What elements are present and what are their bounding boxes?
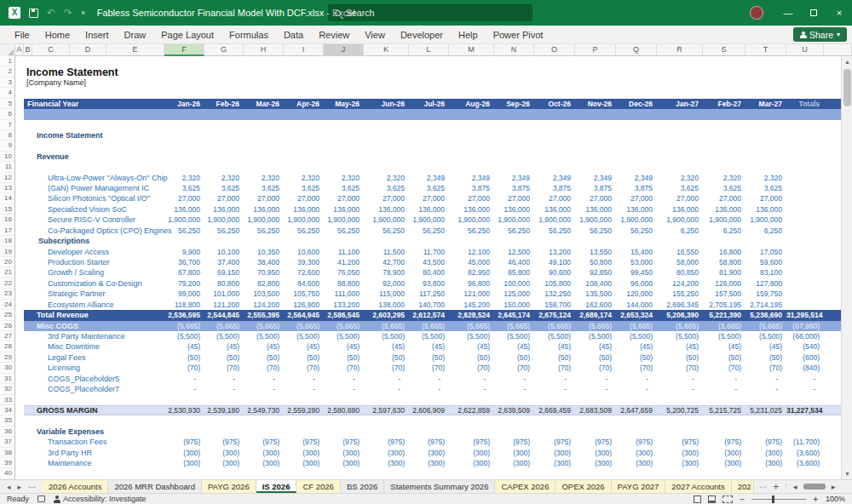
cell[interactable]: (70) [284, 363, 324, 373]
cell[interactable]: 1,900,000 [204, 215, 244, 225]
cell[interactable]: (50) [534, 352, 575, 363]
cell[interactable]: 3,875 [494, 183, 534, 193]
cell[interactable]: 12,500 [494, 247, 534, 257]
cell[interactable]: - [449, 384, 494, 394]
cell[interactable]: 56,250 [284, 226, 324, 236]
cell[interactable]: 2,320 [703, 173, 746, 183]
cell[interactable]: 93,800 [409, 278, 449, 289]
cell[interactable]: (300) [575, 458, 616, 468]
cell[interactable]: 2,696,345 [657, 300, 703, 310]
cell[interactable]: 10,600 [284, 247, 324, 257]
cell[interactable]: (5,665) [204, 321, 244, 331]
row-label-cell[interactable]: Legal Fees [15, 352, 164, 363]
cell[interactable]: 2,639,509 [494, 405, 534, 415]
cell[interactable]: 2,349 [575, 173, 616, 183]
row-number-10[interactable]: 10 [0, 152, 14, 162]
cell[interactable]: 96,800 [449, 278, 494, 289]
cell[interactable]: 2,349 [494, 173, 534, 183]
row-label-cell[interactable]: Production Starter [15, 257, 164, 267]
cell[interactable]: (975) [244, 437, 284, 447]
row-number-2[interactable]: 2 [0, 66, 14, 77]
page-layout-view-icon[interactable] [708, 495, 716, 503]
cell[interactable]: (300) [746, 458, 786, 468]
cell[interactable]: 132,250 [534, 289, 575, 299]
cell[interactable]: 16,800 [703, 247, 746, 257]
cell[interactable]: (300) [616, 448, 657, 458]
cell[interactable]: (70) [364, 363, 409, 373]
row-label-cell[interactable]: (GaN) Power Management IC [15, 183, 164, 193]
cell[interactable]: 2,320 [746, 173, 786, 183]
ribbon-tab-data[interactable]: Data [276, 27, 311, 43]
cell[interactable]: 6,250 [657, 226, 703, 236]
cell[interactable]: (300) [449, 448, 494, 458]
cell[interactable]: (45) [204, 341, 244, 352]
ribbon-tab-home[interactable]: Home [37, 27, 78, 43]
cell[interactable]: 80,400 [409, 267, 449, 278]
cell[interactable]: (5,665) [449, 321, 494, 331]
horizontal-scroll-thumb[interactable] [803, 484, 826, 490]
cell[interactable]: - [449, 374, 494, 384]
cell[interactable]: 53,000 [616, 257, 657, 267]
cell[interactable]: (50) [164, 352, 204, 363]
month-header[interactable]: Dec-26 [616, 99, 657, 109]
cell[interactable]: 2,606,909 [409, 405, 449, 415]
cell[interactable]: (50) [409, 352, 449, 363]
total-cell[interactable] [786, 226, 824, 236]
cell[interactable]: 3,625 [284, 183, 324, 193]
column-header-N[interactable]: N [494, 44, 534, 56]
cell[interactable]: (300) [364, 448, 409, 458]
total-cell[interactable]: (66,000) [786, 331, 824, 341]
cell[interactable]: (300) [616, 458, 657, 468]
row-number-21[interactable]: 21 [0, 267, 14, 278]
cell[interactable]: 2,622,859 [449, 405, 494, 415]
cell[interactable]: - [204, 384, 244, 394]
month-header[interactable]: Feb-26 [204, 99, 244, 109]
sheet-tab-2026-mrr-dashboard[interactable]: 2026 MRR Dashboard [108, 480, 202, 493]
total-cell[interactable] [786, 193, 824, 203]
cell[interactable]: (975) [746, 437, 786, 447]
vertical-scrollbar[interactable]: ▲ ▼ [841, 56, 852, 479]
sheet-tab-2027-accounts[interactable]: 2027 Accounts [665, 480, 731, 493]
restore-button[interactable] [801, 0, 826, 26]
cell[interactable]: 80,850 [657, 267, 703, 278]
cell[interactable]: 136,000 [657, 204, 703, 215]
cell[interactable]: 49,100 [534, 257, 575, 267]
row-number-33[interactable]: 33 [0, 395, 14, 405]
cell[interactable]: 88,800 [324, 278, 364, 289]
row-number-11[interactable]: 11 [0, 162, 14, 172]
cell[interactable]: (975) [494, 437, 534, 447]
cell[interactable]: - [616, 374, 657, 384]
cell[interactable]: 27,000 [409, 193, 449, 203]
cell[interactable]: 2,539,180 [204, 405, 244, 415]
column-header-F[interactable]: F [164, 44, 204, 56]
cell[interactable]: - [746, 374, 786, 384]
cell[interactable]: 120,000 [616, 289, 657, 299]
zoom-slider[interactable] [751, 499, 806, 500]
cell[interactable]: 2,597,630 [364, 405, 409, 415]
row-number-25[interactable]: 25 [0, 310, 14, 320]
cell[interactable]: (45) [534, 341, 575, 352]
row-number-28[interactable]: 28 [0, 341, 14, 352]
cell[interactable]: 43,500 [409, 257, 449, 267]
cell[interactable]: 27,000 [164, 193, 204, 203]
sheet-tab-payg-2027[interactable]: PAYG 2027 [612, 480, 666, 493]
total-cell[interactable] [786, 173, 824, 183]
cell[interactable]: 5,221,390 [703, 310, 746, 320]
cell[interactable]: 2,675,124 [534, 310, 575, 320]
cell[interactable]: 83,100 [746, 267, 786, 278]
cell[interactable]: 92,000 [364, 278, 409, 289]
cell[interactable]: 2,689,174 [575, 310, 616, 320]
column-header-J[interactable]: J [324, 44, 364, 56]
row-number-36[interactable]: 36 [0, 427, 14, 437]
cell[interactable]: (5,500) [657, 331, 703, 341]
cell[interactable]: (70) [244, 363, 284, 373]
cell[interactable]: - [324, 374, 364, 384]
total-cell[interactable] [786, 204, 824, 215]
row-number-26[interactable]: 26 [0, 321, 14, 331]
cell[interactable]: (300) [164, 448, 204, 458]
cell[interactable]: 84,600 [284, 278, 324, 289]
row-number-32[interactable]: 32 [0, 384, 14, 394]
row-number-35[interactable]: 35 [0, 415, 14, 426]
month-header[interactable]: May-26 [324, 99, 364, 109]
cell[interactable]: (5,665) [494, 321, 534, 331]
